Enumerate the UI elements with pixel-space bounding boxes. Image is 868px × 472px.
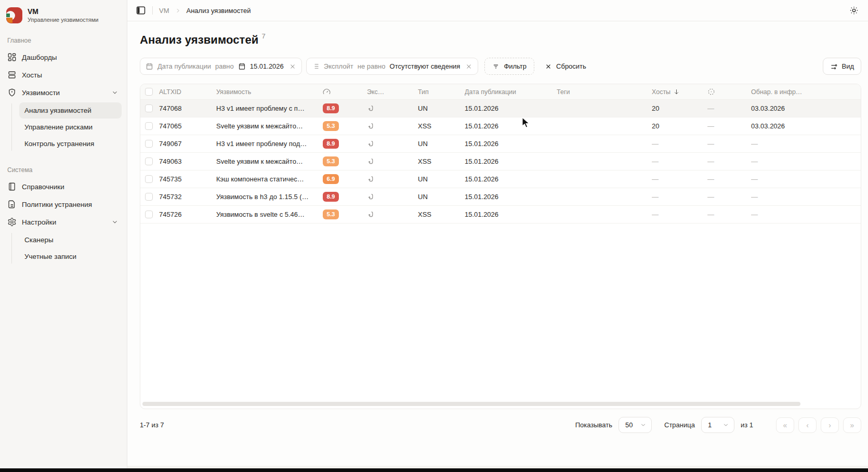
sidebar-item-accounts[interactable]: Учетные записи: [19, 248, 122, 265]
sidebar-item-label: Политики устранения: [22, 201, 92, 208]
sidebar-item-remediation-policies[interactable]: Политики устранения: [5, 195, 122, 213]
cell-vulnerability[interactable]: Кэш компонента статичес…: [216, 175, 323, 183]
calendar-icon: [238, 62, 246, 70]
page-select[interactable]: 1: [701, 417, 734, 433]
cell-detected: —: [751, 211, 861, 218]
prev-page-button[interactable]: ‹: [798, 417, 817, 433]
filter-value[interactable]: Отсутствуют сведения: [390, 62, 461, 70]
col-published[interactable]: Дата публикации: [465, 88, 557, 96]
topbar: VM Анализ уязвимостей: [127, 0, 868, 21]
theme-sun-icon[interactable]: [849, 6, 859, 15]
cell-published: 15.01.2026: [465, 122, 557, 130]
last-page-button[interactable]: »: [843, 417, 861, 433]
cell-altxid: 747065: [159, 122, 216, 130]
results-range: 1-7 из 7: [140, 421, 164, 429]
table-row[interactable]: 749063Svelte уязвим к межсайто…5.3XSS15.…: [140, 153, 861, 171]
cell-vulnerability[interactable]: Svelte уязвим к межсайто…: [216, 158, 323, 165]
row-checkbox[interactable]: [140, 158, 159, 165]
select-all-checkbox[interactable]: [140, 88, 159, 96]
table-row[interactable]: 749067H3 v1 имеет проблему под…8.9UN15.0…: [140, 135, 861, 153]
row-checkbox[interactable]: [140, 140, 159, 148]
cell-risk: —: [707, 122, 751, 130]
row-checkbox[interactable]: [140, 211, 159, 218]
cell-vulnerability[interactable]: Svelte уязвим к межсайто…: [216, 122, 323, 130]
reset-button-label: Сбросить: [556, 62, 586, 70]
cell-type: XSS: [418, 122, 465, 130]
cell-published: 15.01.2026: [465, 193, 557, 201]
cell-published: 15.01.2026: [465, 104, 557, 112]
col-hosts-sorted[interactable]: Хосты: [652, 88, 707, 96]
col-vulnerability[interactable]: Уязвимость: [216, 88, 323, 96]
filter-button[interactable]: Фильтр: [484, 58, 534, 75]
breadcrumb-root[interactable]: VM: [159, 7, 169, 15]
cell-hosts: —: [652, 140, 707, 148]
breadcrumb: VM Анализ уязвимостей: [159, 7, 251, 15]
chevron-down-icon: [111, 89, 119, 96]
filter-value[interactable]: 15.01.2026: [250, 62, 284, 70]
next-page-button[interactable]: ›: [821, 417, 839, 433]
list-icon: [312, 62, 320, 70]
cell-vulnerability[interactable]: Уязвимость в svelte с 5.46…: [216, 211, 323, 218]
cell-altxid: 745735: [159, 175, 216, 183]
horizontal-scrollbar[interactable]: [142, 402, 800, 406]
sidebar-item-hosts[interactable]: Хосты: [5, 66, 122, 84]
dashboards-icon: [7, 53, 17, 62]
settings-submenu: Сканеры Учетные записи: [5, 232, 122, 265]
panel-left-toggle-icon[interactable]: [136, 5, 146, 16]
sidebar-section-main: Главное: [7, 37, 122, 44]
cell-detected: —: [751, 193, 861, 201]
target-dashed-circle-icon[interactable]: [707, 88, 751, 96]
cell-altxid: 747068: [159, 104, 216, 112]
shield-alert-icon: [7, 88, 17, 97]
row-checkbox[interactable]: [140, 175, 159, 183]
exploit-hook-icon: [367, 104, 418, 113]
sidebar-item-remediation-control[interactable]: Контроль устранения: [19, 136, 122, 152]
sidebar-item-vulnerability-analysis[interactable]: Анализ уязвимостей: [19, 102, 122, 119]
col-exploit[interactable]: Экс…: [367, 88, 418, 96]
sidebar-item-risk-management[interactable]: Управление рисками: [19, 119, 122, 135]
cell-hosts: —: [652, 193, 707, 201]
cell-vulnerability[interactable]: H3 v1 имеет проблему с п…: [216, 104, 323, 112]
page-size-select[interactable]: 50: [619, 417, 652, 433]
gear-icon: [7, 217, 17, 227]
table-row[interactable]: 745735Кэш компонента статичес…6.9UN15.01…: [140, 171, 861, 188]
sidebar-item-vulnerabilities[interactable]: Уязвимости: [5, 84, 122, 101]
close-icon[interactable]: [465, 63, 472, 70]
cell-risk: —: [707, 175, 751, 183]
table-row[interactable]: 745732Уязвимость в h3 до 1.15.5 (…8.9UN1…: [140, 188, 861, 206]
cell-type: UN: [418, 140, 465, 148]
col-type[interactable]: Тип: [418, 88, 465, 96]
exploit-hook-icon: [367, 175, 418, 183]
cell-type: UN: [418, 193, 465, 201]
gauge-icon[interactable]: [323, 88, 367, 96]
col-detected-in-infra[interactable]: Обнар. в инфр…: [751, 88, 861, 96]
table-row[interactable]: 747065Svelte уязвим к межсайто…5.3XSS15.…: [140, 117, 861, 135]
filter-icon: [492, 63, 499, 70]
filter-chip-exploit[interactable]: Эксплойт не равно Отсутствуют сведения: [306, 58, 479, 75]
col-tags[interactable]: Теги: [557, 88, 652, 96]
cell-hosts: —: [652, 158, 707, 165]
row-checkbox[interactable]: [140, 193, 159, 201]
document-icon: [7, 200, 17, 209]
sidebar-item-settings[interactable]: Настройки: [5, 213, 122, 231]
cell-vulnerability[interactable]: Уязвимость в h3 до 1.15.5 (…: [216, 193, 323, 201]
col-altxid[interactable]: ALTXID: [159, 88, 216, 96]
close-icon[interactable]: [289, 63, 296, 70]
table-row[interactable]: 747068H3 v1 имеет проблему с п…8.9UN15.0…: [140, 100, 861, 117]
sidebar-item-directories[interactable]: Справочники: [5, 178, 122, 195]
sidebar-item-dashboards[interactable]: Дашборды: [5, 48, 122, 66]
cell-vulnerability[interactable]: H3 v1 имеет проблему под…: [216, 140, 323, 148]
row-checkbox[interactable]: [140, 104, 159, 112]
sidebar-item-label: Справочники: [22, 183, 64, 191]
filter-chip-publication-date[interactable]: Дата публикации равно 15.01.2026: [140, 58, 302, 75]
cell-published: 15.01.2026: [465, 158, 557, 165]
reset-filters-button[interactable]: Сбросить: [538, 58, 593, 75]
app-logo: VM Управление уязвимостями: [5, 6, 122, 23]
page-value: 1: [708, 421, 712, 429]
row-checkbox[interactable]: [140, 122, 159, 130]
first-page-button[interactable]: «: [776, 417, 794, 433]
view-settings-button[interactable]: Вид: [823, 58, 861, 75]
sidebar-item-scanners[interactable]: Сканеры: [19, 232, 122, 248]
table-row[interactable]: 745726Уязвимость в svelte с 5.46…5.3XSS1…: [140, 206, 861, 224]
cell-detected: 03.03.2026: [751, 104, 861, 112]
